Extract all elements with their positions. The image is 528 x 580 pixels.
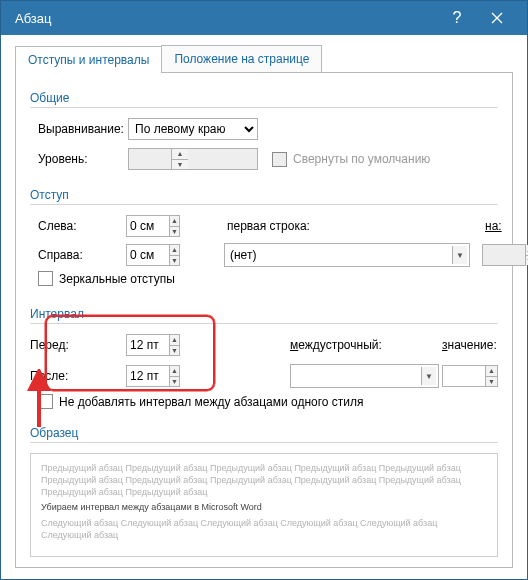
dont-add-space-checkbox[interactable]: Не добавлять интервал между абзацами одн… [38,394,364,409]
help-button[interactable]: ? [437,5,477,31]
section-general: Общие [30,91,498,108]
section-indent: Отступ [30,188,498,205]
close-icon [491,12,503,24]
alignment-select[interactable]: По левому краю [128,118,258,140]
indent-by-spinner[interactable]: ▲▼ [482,244,526,266]
outline-level-select: ▲▼ [128,148,258,170]
preview-current-text: Убираем интервал между абзацами в Micros… [41,501,487,513]
paragraph-dialog: Абзац ? Отступы и интервалы Положение на… [0,0,528,580]
preview-pane: Предыдущий абзац Предыдущий абзац Предыд… [30,453,498,557]
chevron-down-icon: ▼ [452,246,467,264]
line-spacing-at-spinner[interactable]: ▲▼ [442,365,498,387]
section-preview: Образец [30,426,498,443]
line-spacing-at-label: значение: [442,338,506,352]
preview-next-text: Следующий абзац Следующий абзац Следующи… [41,517,487,541]
first-line-label: первая строка: [224,219,344,233]
tab-strip: Отступы и интервалы Положение на страниц… [15,45,513,72]
outline-level-label: Уровень: [30,152,128,166]
tab-indents-spacing[interactable]: Отступы и интервалы [15,46,162,73]
indent-right-spinner[interactable]: ▲▼ [126,244,180,266]
tab-panel: Общие Выравнивание: По левому краю Урове… [15,72,513,568]
collapsed-by-default-checkbox: Свернуты по умолчанию [272,152,430,167]
space-before-label: Перед: [30,338,120,352]
mirror-indents-checkbox[interactable]: Зеркальные отступы [38,271,175,286]
chevron-down-icon: ▼ [421,367,436,385]
section-spacing: Интервал [30,307,498,324]
alignment-label: Выравнивание: [30,122,128,136]
indent-left-label: Слева: [30,219,120,233]
titlebar: Абзац ? [1,1,527,35]
first-line-select[interactable]: (нет) ▼ [224,243,470,267]
space-after-label: После: [30,369,120,383]
dialog-body: Отступы и интервалы Положение на страниц… [1,35,527,580]
preview-prev-text: Предыдущий абзац Предыдущий абзац Предыд… [41,462,487,498]
space-before-spinner[interactable]: ▲▼ [126,334,180,356]
indent-left-spinner[interactable]: ▲▼ [126,215,180,237]
indent-right-label: Справа: [30,248,120,262]
line-spacing-select[interactable]: ▼ [290,364,439,388]
tab-page-position[interactable]: Положение на странице [161,45,322,72]
window-title: Абзац [15,11,437,26]
line-spacing-label: ммеждустрочный:еждустрочный: [290,338,430,352]
space-after-spinner[interactable]: ▲▼ [126,365,180,387]
close-button[interactable] [477,5,517,31]
indent-by-label: на: [482,219,522,233]
